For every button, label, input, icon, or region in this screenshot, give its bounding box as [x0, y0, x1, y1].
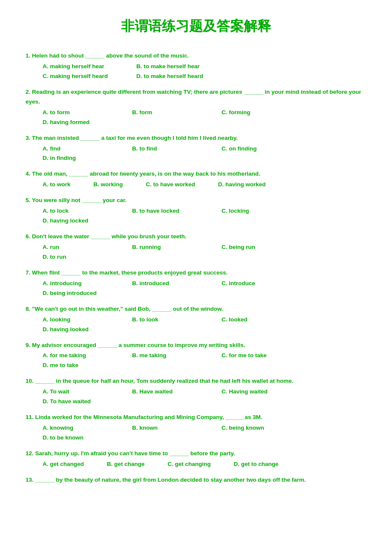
- option-11-3: D. to be known: [43, 433, 119, 443]
- question-text-4: 4. The old man, ______ abroad for twenty…: [26, 169, 366, 179]
- question-text-1: 1. Helen had to shout ______ above the s…: [26, 51, 366, 61]
- question-block-7: 7. When flint ______ to the market, thes…: [26, 268, 366, 298]
- question-block-6: 6. Don't leave the water ______ while yo…: [26, 232, 366, 262]
- question-block-10: 10. ______ in the queue for half an hour…: [26, 376, 366, 407]
- question-block-8: 8. "We can't go out in this weather," sa…: [26, 304, 366, 335]
- question-text-9: 9. My advisor encouraged ______ a summer…: [26, 341, 366, 350]
- option-4-0: A. to work: [43, 180, 70, 190]
- options-row-11: A. knowingB. knownC. being knownD. to be…: [26, 423, 366, 443]
- options-row-9: A. for me takingB. me takingC. for me to…: [26, 351, 366, 370]
- option-1-2: C. making herself heard: [43, 72, 119, 81]
- question-block-1: 1. Helen had to shout ______ above the s…: [26, 51, 366, 81]
- option-3-0: A. find: [43, 144, 119, 154]
- option-5-1: B. to have locked: [132, 206, 209, 216]
- option-8-3: D. having looked: [43, 325, 119, 335]
- question-block-2: 2. Reading is an experience quite differ…: [26, 87, 366, 127]
- option-7-3: D. being introduced: [43, 289, 119, 298]
- option-8-2: C. looked: [222, 315, 298, 325]
- question-text-8: 8. "We can't go out in this weather," sa…: [26, 304, 366, 314]
- option-11-1: B. known: [132, 423, 209, 433]
- question-block-11: 11. Linda worked for the Minnesota Manuf…: [26, 413, 366, 443]
- option-8-0: A. looking: [43, 315, 119, 325]
- options-row-6: A. runB. runningC. being runD. to run: [26, 243, 366, 262]
- question-text-12: 12. Sarah, hurry up. I'm afraid you can'…: [26, 449, 366, 459]
- page-title: 非谓语练习题及答案解释: [26, 17, 366, 36]
- option-12-2: C. get changing: [167, 460, 210, 469]
- option-11-0: A. knowing: [43, 423, 119, 433]
- options-row-2: A. to formB. formC. formingD. having for…: [26, 108, 366, 127]
- option-10-1: B. Have waited: [132, 387, 209, 397]
- question-block-3: 3. The man insisted ______ a taxi for me…: [26, 133, 366, 164]
- option-6-2: C. being run: [222, 243, 298, 252]
- option-7-0: A. introducing: [43, 279, 119, 289]
- option-6-0: A. run: [43, 243, 119, 252]
- option-3-3: D. in finding: [43, 153, 119, 163]
- option-4-2: C. to have worked: [146, 180, 195, 190]
- option-4-3: D. having worked: [218, 180, 266, 190]
- option-10-0: A. To wait: [43, 387, 119, 397]
- question-text-10: 10. ______ in the queue for half an hour…: [26, 376, 366, 386]
- option-5-2: C. locking: [222, 206, 298, 216]
- options-row-7: A. introducingB. introducedC. introduceD…: [26, 279, 366, 298]
- option-7-1: B. introduced: [132, 279, 209, 289]
- options-row-5: A. to lockB. to have lockedC. lockingD. …: [26, 206, 366, 226]
- option-12-0: A. get changed: [43, 460, 84, 469]
- question-text-3: 3. The man insisted ______ a taxi for me…: [26, 133, 366, 143]
- option-12-1: B. get change: [107, 460, 145, 469]
- question-text-2: 2. Reading is an experience quite differ…: [26, 87, 366, 107]
- option-1-1: B. to make herself hear: [136, 62, 213, 72]
- option-10-2: C. Having waited: [222, 387, 298, 397]
- option-7-2: C. introduce: [222, 279, 298, 289]
- question-block-4: 4. The old man, ______ abroad for twenty…: [26, 169, 366, 190]
- question-block-9: 9. My advisor encouraged ______ a summer…: [26, 341, 366, 371]
- question-text-5: 5. You were silly not ______ your car.: [26, 196, 366, 205]
- option-6-3: D. to run: [43, 252, 119, 262]
- option-2-0: A. to form: [43, 108, 119, 118]
- option-5-3: D. having locked: [43, 216, 119, 226]
- option-2-1: B. form: [132, 108, 209, 118]
- option-4-1: B. working: [93, 180, 123, 190]
- question-block-5: 5. You were silly not ______ your car.A.…: [26, 196, 366, 226]
- option-2-2: C. forming: [222, 108, 298, 118]
- option-1-3: D. to make herself heard: [136, 72, 213, 81]
- option-9-0: A. for me taking: [43, 351, 119, 361]
- options-row-10: A. To waitB. Have waitedC. Having waited…: [26, 387, 366, 407]
- option-11-2: C. being known: [222, 423, 298, 433]
- option-2-3: D. having formed: [43, 118, 119, 127]
- question-block-12: 12. Sarah, hurry up. I'm afraid you can'…: [26, 449, 366, 469]
- question-text-13: 13. ______ by the beauty of nature, the …: [26, 475, 366, 485]
- question-block-13: 13. ______ by the beauty of nature, the …: [26, 475, 366, 485]
- options-row-3: A. findB. to findC. on findingD. in find…: [26, 144, 366, 164]
- options-row-12: A. get changedB. get changeC. get changi…: [26, 460, 366, 469]
- option-10-3: D. To have waited: [43, 397, 119, 407]
- option-12-3: D. get to change: [234, 460, 279, 469]
- question-text-11: 11. Linda worked for the Minnesota Manuf…: [26, 413, 366, 422]
- option-3-2: C. on finding: [222, 144, 298, 154]
- options-row-1: A. making herself hearB. to make herself…: [26, 62, 366, 81]
- option-9-1: B. me taking: [132, 351, 209, 361]
- option-9-2: C. for me to take: [222, 351, 298, 361]
- options-row-8: A. lookingB. to lookC. lookedD. having l…: [26, 315, 366, 335]
- option-8-1: B. to look: [132, 315, 209, 325]
- option-5-0: A. to lock: [43, 206, 119, 216]
- question-text-7: 7. When flint ______ to the market, thes…: [26, 268, 366, 278]
- option-3-1: B. to find: [132, 144, 209, 154]
- question-text-6: 6. Don't leave the water ______ while yo…: [26, 232, 366, 242]
- options-row-4: A. to workB. workingC. to have workedD. …: [26, 180, 366, 190]
- option-6-1: B. running: [132, 243, 209, 252]
- questions-container: 1. Helen had to shout ______ above the s…: [26, 51, 366, 485]
- option-9-3: D. me to take: [43, 361, 119, 370]
- option-1-0: A. making herself hear: [43, 62, 119, 72]
